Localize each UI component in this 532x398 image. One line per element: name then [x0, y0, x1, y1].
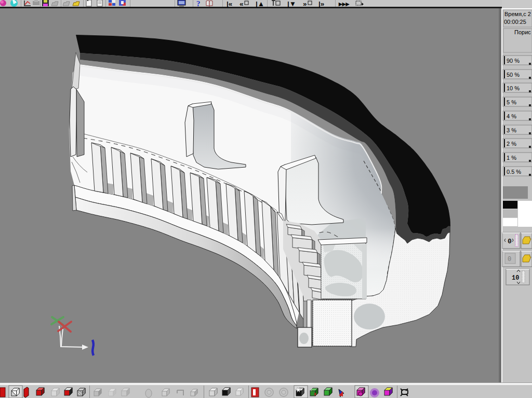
svg-text:2 %: 2 %	[507, 141, 516, 147]
svg-text:|▼: |▼	[287, 0, 296, 8]
svg-text:00:00:25: 00:00:25	[504, 19, 526, 25]
svg-text:|▲: |▲	[256, 0, 264, 8]
svg-text:«: «	[240, 0, 244, 8]
svg-text:3 %: 3 %	[507, 127, 516, 133]
svg-text:|«: |«	[227, 0, 232, 8]
svg-text:▸▸▸: ▸▸▸	[338, 0, 350, 8]
svg-text:Время,с 2: Время,с 2	[504, 11, 531, 17]
svg-text:50 %: 50 %	[507, 72, 520, 78]
svg-text:Порис: Порис	[514, 29, 531, 35]
svg-text:|»: |»	[318, 0, 324, 8]
svg-text:5 %: 5 %	[507, 99, 516, 105]
svg-text:90 %: 90 %	[507, 58, 520, 64]
svg-text:0.5 %: 0.5 %	[507, 169, 521, 175]
svg-text:4 %: 4 %	[507, 113, 516, 119]
svg-text:0: 0	[508, 256, 511, 263]
svg-text:Y: Y	[310, 388, 313, 392]
svg-text:10 %: 10 %	[507, 85, 520, 91]
svg-text:?: ?	[196, 0, 201, 8]
svg-text:»: »	[303, 0, 307, 8]
svg-text:x: x	[314, 391, 316, 396]
svg-text:1 %: 1 %	[507, 155, 516, 161]
svg-text:0: 0	[508, 238, 512, 245]
svg-text:10: 10	[512, 275, 519, 282]
